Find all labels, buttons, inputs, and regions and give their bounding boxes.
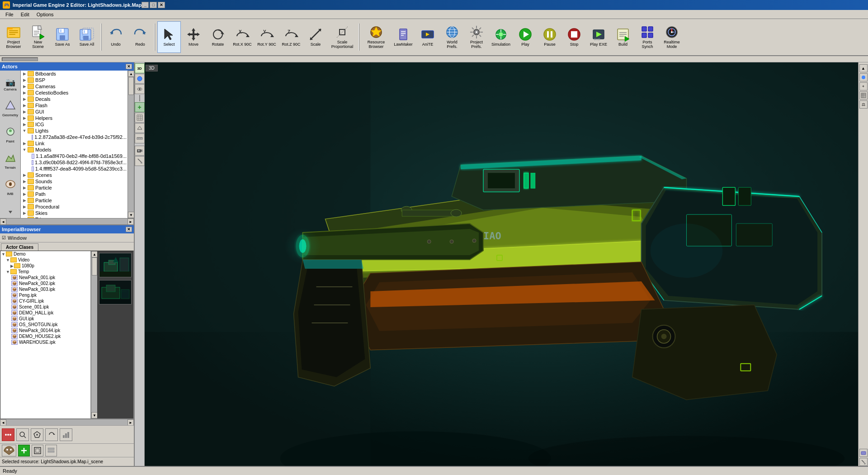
tree-item-sounds[interactable]: ▶ Sounds [21, 178, 127, 185]
browser-tool-dots-button[interactable] [2, 428, 14, 441]
right-tool-1[interactable]: ▲ [859, 64, 868, 72]
preview-thumb-2[interactable] [99, 280, 132, 304]
viewport[interactable]: IAO [145, 62, 858, 466]
actors-scrollbar-v[interactable]: ▲ ▼ [127, 71, 134, 218]
build-button[interactable]: Build [611, 21, 635, 53]
tree-item-path[interactable]: ▶ Path [21, 191, 127, 197]
right-tool-6[interactable] [859, 449, 868, 457]
sub-titlebar-checkbox[interactable]: ☑ [2, 235, 6, 240]
scale-proportional-button[interactable]: Scale Proportional [328, 21, 356, 53]
right-tool-5[interactable]: ⚖ [859, 100, 868, 109]
rotate-button[interactable]: Rotate [206, 21, 230, 53]
minimize-button[interactable]: _ [142, 2, 149, 8]
sidebar-expand-btn[interactable] [7, 208, 14, 218]
lawmaker-button[interactable]: LawMaker [392, 21, 415, 53]
hscroll-left-button[interactable]: ◄ [0, 218, 6, 225]
tree-item-icg[interactable]: ▶ ICG [21, 121, 127, 128]
file-item-newpack00144[interactable]: 📦 NewPack_00144.ipk [0, 328, 90, 333]
expand-particle2[interactable]: ▶ [22, 198, 27, 203]
vp-tool-brush-button[interactable] [135, 156, 145, 166]
hscroll-right-button[interactable]: ► [127, 218, 134, 225]
expand-1080p[interactable]: ▶ [10, 264, 14, 268]
file-item-gui[interactable]: 📦 GUI.ipk [0, 316, 90, 322]
browser-tool-add-button[interactable] [18, 445, 30, 456]
menu-options[interactable]: Options [33, 11, 57, 18]
file-item-1080p[interactable]: ▶ 1080p [0, 263, 90, 269]
actors-hscrollbar[interactable]: ◄ ► [0, 218, 134, 224]
undo-button[interactable]: Undo [104, 21, 127, 53]
sidebar-camera-button[interactable]: 📷 Camera [1, 72, 19, 96]
browser-hscroll-left[interactable]: ◄ [0, 419, 6, 426]
expand-link[interactable]: ▶ [22, 141, 27, 146]
tree-item-particle1[interactable]: ▶ Particle [21, 185, 127, 191]
expand-celestiobodies[interactable]: ▶ [22, 90, 27, 95]
tree-item-light-1[interactable]: ▶ 1.2.872a8a38-d2ee-47ed-b39d-2c75f92... [21, 134, 127, 140]
browser-tool-tag-button[interactable] [31, 428, 43, 441]
file-tree[interactable]: ▼ Demo ▼ Video ▶ 1080p [0, 251, 91, 418]
stop-button[interactable]: Stop [562, 21, 586, 53]
file-item-temp[interactable]: ▼ Temp [0, 269, 90, 275]
file-item-newpack003[interactable]: 📦 NewPack_003.ipk [0, 286, 90, 292]
sidebar-paint-button[interactable]: Paint [1, 123, 19, 147]
browser-tool-list-button[interactable] [45, 445, 57, 456]
file-item-demohouse2[interactable]: 📦 DEMO_HOUSE2.ipk [0, 333, 90, 339]
file-item-warehouse[interactable]: 📦 WAREHOUSE.ipk [0, 339, 90, 345]
expand-cameras[interactable]: ▶ [22, 84, 27, 89]
expand-gui[interactable]: ▶ [22, 109, 27, 114]
imperial-close-button[interactable]: ✕ [126, 227, 132, 232]
vp-tool-grid-button[interactable] [135, 113, 145, 123]
expand-helpers[interactable]: ▶ [22, 115, 27, 121]
vp-tool-camera-btn[interactable] [135, 146, 145, 156]
tree-item-bilboards[interactable]: ▶ Bilboards [21, 71, 127, 77]
ports-synch-button[interactable]: Ports Synch [636, 21, 659, 53]
redo-button[interactable]: Redo [128, 21, 152, 53]
close-button[interactable]: ✕ [158, 2, 165, 8]
play-exe-button[interactable]: EXE Play EXE [587, 21, 610, 53]
expand-demo[interactable]: ▼ [1, 252, 5, 256]
project-prefs-button[interactable]: Project Prefs. [465, 21, 488, 53]
sidebar-geometry-button[interactable]: Geometry [1, 97, 19, 120]
browser-hscroll-right[interactable]: ► [127, 419, 134, 426]
expand-models[interactable]: ▼ [22, 147, 27, 152]
tree-item-gui[interactable]: ▶ GUI [21, 109, 127, 115]
tree-item-particle2[interactable]: ▶ Particle [21, 197, 127, 204]
menu-edit[interactable]: Edit [17, 11, 33, 18]
file-item-video[interactable]: ▼ Video [0, 257, 90, 263]
expand-path[interactable]: ▶ [22, 191, 27, 197]
expand-flash[interactable]: ▶ [22, 103, 27, 108]
tree-item-model-1[interactable]: ▶ 1.1.a5a8f470-0eb2-4ffe-bf88-0d1a1569..… [21, 153, 127, 159]
project-browser-button[interactable]: Project Browser [2, 21, 25, 53]
tree-item-procedural[interactable]: ▶ Procedural [21, 204, 127, 210]
file-item-peng[interactable]: 📦 Peng.ipk [0, 292, 90, 298]
tree-item-decals[interactable]: ▶ Decals [21, 96, 127, 102]
expand-bsp[interactable]: ▶ [22, 77, 27, 83]
browser-tool-frame-button[interactable] [32, 445, 43, 456]
play-button[interactable]: Play [514, 21, 537, 53]
file-item-newpack002[interactable]: 📦 NewPack_002.ipk [0, 280, 90, 286]
tree-item-link[interactable]: ▶ Link [21, 140, 127, 147]
sidebar-terrain-button[interactable]: Terrain [1, 149, 19, 173]
actor-classes-tab[interactable]: Actor Clases [1, 243, 38, 251]
tree-item-skies[interactable]: ▶ Skies [21, 210, 127, 216]
world-prefs-button[interactable]: World Prefs. [440, 21, 464, 53]
scale-button[interactable]: Scale [304, 21, 327, 53]
rot-y-90c-button[interactable]: Y Rot.Y 90C [255, 21, 278, 53]
save-all-button[interactable]: Save All [75, 21, 99, 53]
move-button[interactable]: Move [182, 21, 205, 53]
expand-bilboards[interactable]: ▶ [22, 71, 27, 76]
actors-tree[interactable]: ▶ Bilboards ▶ BSP ▶ Cameras [21, 71, 127, 218]
actors-close-button[interactable]: ✕ [126, 64, 132, 69]
tree-item-lights[interactable]: ▼ Lights [21, 128, 127, 134]
save-as-button[interactable]: Save As [51, 21, 74, 53]
hscroll-track[interactable] [6, 218, 127, 224]
browser-tool-chart-button[interactable] [60, 428, 72, 441]
realtime-mode-button[interactable]: Realtime Mode [660, 21, 684, 53]
expand-procedural[interactable]: ▶ [22, 204, 27, 209]
vp-tool-3d-button[interactable]: 3D [135, 63, 145, 73]
viewport-3d-button[interactable]: 3D [146, 65, 158, 71]
vp-tool-eye-button[interactable] [135, 84, 145, 94]
scroll-down-button[interactable]: ▼ [128, 212, 134, 218]
resource-browser-button[interactable]: Resource Browser [362, 21, 391, 53]
expand-decals[interactable]: ▶ [22, 96, 27, 102]
browser-tool-eagle-button[interactable] [2, 445, 16, 456]
